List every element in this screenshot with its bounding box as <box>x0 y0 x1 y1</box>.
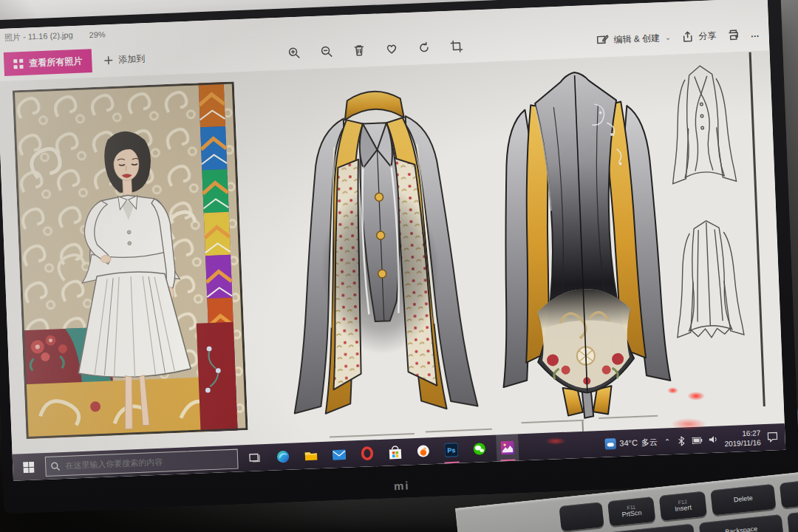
weather-condition: 多云 <box>641 436 658 448</box>
key-partial[interactable] <box>559 502 604 531</box>
photos-icon <box>500 440 514 456</box>
svg-text:Ps: Ps <box>447 446 455 454</box>
photo-scene: 照片 - 11.16 (2).jpg 29% 查看所有照片 添加到 <box>0 0 798 532</box>
taskbar-app-photoshop[interactable]: Ps <box>440 436 463 463</box>
key-backspace[interactable]: Backspace <box>699 514 784 532</box>
view-all-photos-button[interactable]: 查看所有照片 <box>4 49 92 76</box>
taskbar-app-file-explorer[interactable] <box>299 442 322 469</box>
system-tray: 34°C 多云 ⌃ 16:27 2019/11/16 <box>604 427 781 454</box>
taskbar-app-widget[interactable] <box>412 437 434 465</box>
panel-jacket-front <box>249 72 507 438</box>
printer-icon <box>727 29 740 41</box>
photo-grid-icon <box>13 58 24 69</box>
bluetooth-icon[interactable] <box>677 436 686 446</box>
edit-image-icon <box>596 34 609 47</box>
zoom-in-icon[interactable] <box>287 46 301 59</box>
key-insert[interactable]: F12 Insert <box>659 491 707 521</box>
sketch-back <box>673 219 744 338</box>
windows-logo-icon <box>23 461 35 473</box>
sketch-front <box>668 64 736 183</box>
action-center-icon[interactable] <box>767 432 778 443</box>
widget-icon <box>417 444 431 458</box>
photo-canvas[interactable] <box>0 51 785 454</box>
chevron-down-icon: ⌄ <box>665 34 671 41</box>
crop-icon[interactable] <box>450 39 463 52</box>
clock-date: 2019/11/16 <box>724 437 761 449</box>
task-view-button[interactable] <box>243 444 266 471</box>
plus-icon <box>103 55 114 65</box>
share-icon <box>681 30 694 43</box>
rotate-icon[interactable] <box>417 41 431 54</box>
taskbar-search[interactable] <box>45 449 239 476</box>
edit-create-button[interactable]: 编辑 & 创建 ⌄ <box>596 31 671 47</box>
taskbar-app-opera[interactable] <box>355 440 378 467</box>
taskbar-app-mail[interactable] <box>327 441 350 468</box>
center-tools <box>287 39 463 58</box>
window-title: 照片 - 11.16 (2).jpg <box>4 30 73 44</box>
panel-model-illustration <box>13 81 248 439</box>
search-icon <box>50 461 61 471</box>
battery-icon[interactable] <box>692 437 702 444</box>
key-delete[interactable]: Delete <box>710 484 776 516</box>
start-button[interactable] <box>17 453 40 480</box>
volume-icon[interactable] <box>709 436 717 443</box>
zoom-level: 29% <box>89 30 105 39</box>
show-hidden-icons-caret[interactable]: ⌃ <box>664 437 671 446</box>
page-edge-line <box>749 52 765 406</box>
taskbar-app-store[interactable] <box>383 438 406 466</box>
task-view-icon <box>249 451 262 464</box>
panel-line-sketches <box>662 60 748 360</box>
taskbar-app-wechat[interactable] <box>468 435 491 463</box>
clock-time: 16:27 <box>742 428 761 438</box>
delete-icon[interactable] <box>352 44 366 57</box>
taskbar-app-photos[interactable] <box>496 434 519 461</box>
key-power[interactable] <box>780 478 798 508</box>
taskbar-clock[interactable]: 16:27 2019/11/16 <box>724 428 761 449</box>
weather-temp: 34°C <box>619 438 638 448</box>
key-prtscn[interactable]: F11 PrtScn <box>607 497 655 526</box>
edge-icon <box>276 449 290 465</box>
laptop-brand-logo: MI <box>394 479 410 492</box>
folder-icon <box>304 448 318 463</box>
laptop-bezel: 照片 - 11.16 (2).jpg 29% 查看所有照片 添加到 <box>0 0 798 514</box>
weather-widget[interactable]: 34°C 多云 <box>604 436 658 449</box>
add-to-button[interactable]: 添加到 <box>103 52 146 66</box>
zoom-out-icon[interactable] <box>320 45 333 58</box>
panel-jacket-back <box>482 58 681 429</box>
search-input[interactable] <box>45 449 239 476</box>
mail-icon <box>332 449 347 460</box>
taskbar-app-edge[interactable] <box>271 443 294 471</box>
screen: 照片 - 11.16 (2).jpg 29% 查看所有照片 添加到 <box>0 0 785 481</box>
favorite-heart-icon[interactable] <box>385 42 398 55</box>
wechat-icon <box>472 441 486 457</box>
opera-icon <box>361 446 375 461</box>
store-icon <box>389 445 403 460</box>
key-home[interactable]: Home <box>787 508 798 532</box>
see-more-button[interactable]: … <box>750 29 760 40</box>
photoshop-icon: Ps <box>444 443 458 458</box>
weather-icon <box>604 438 616 450</box>
print-button[interactable] <box>727 29 740 41</box>
share-button[interactable]: 分享 <box>681 30 717 44</box>
right-tools: 编辑 & 创建 ⌄ 分享 … <box>596 27 762 47</box>
